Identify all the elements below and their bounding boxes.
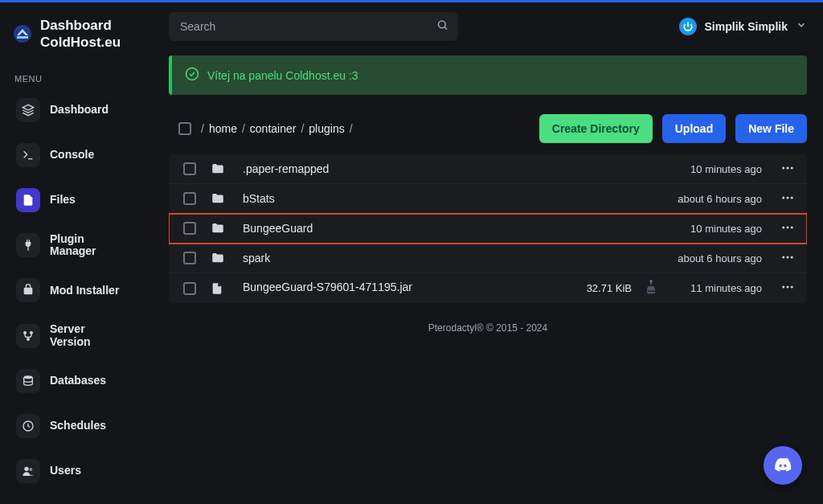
discord-button[interactable] (764, 446, 802, 485)
sidebar-item-server-version[interactable]: ServerVersion (8, 315, 153, 356)
brand-logo (13, 24, 32, 43)
svg-point-14 (782, 166, 784, 169)
file-modified: 10 minutes ago (632, 223, 768, 235)
select-all-checkbox[interactable] (178, 122, 191, 135)
file-modified: 10 minutes ago (632, 163, 768, 175)
row-more-button[interactable] (768, 191, 807, 207)
folder-icon (211, 191, 243, 206)
file-row[interactable]: BungeeGuard-S79601-471195.jarSpigot32.71… (169, 273, 807, 303)
create-directory-button[interactable]: Create Directory (539, 114, 653, 143)
sidebar-item-label: Databases (50, 375, 106, 387)
search-wrap (169, 12, 458, 41)
breadcrumb[interactable]: /home / container / plugins / (201, 122, 353, 135)
sidebar-item-console[interactable]: Console (8, 135, 153, 175)
sidebar-item-label: Files (50, 194, 76, 206)
file-row[interactable]: BungeeGuard10 minutes ago (169, 214, 807, 244)
row-checkbox[interactable] (183, 192, 196, 205)
sidebar-item-databases[interactable]: Databases (8, 361, 153, 401)
svg-line-12 (444, 27, 447, 30)
svg-point-23 (782, 256, 784, 258)
users-icon (16, 459, 40, 483)
file-list: .paper-remapped10 minutes agobStatsabout… (169, 154, 807, 303)
welcome-alert: Vítej na panelu Coldhost.eu :3 (169, 55, 807, 95)
file-name: spark (243, 252, 551, 264)
sidebar-item-label: Dashboard (50, 104, 109, 116)
svg-point-17 (782, 196, 784, 199)
svg-point-27 (782, 286, 784, 289)
file-name: .paper-remapped (243, 162, 551, 175)
svg-point-22 (791, 226, 793, 228)
file-modified: about 6 hours ago (632, 193, 768, 205)
sidebar-item-backups[interactable]: Backups (8, 496, 153, 504)
toolbar: /home / container / plugins / Create Dir… (169, 114, 807, 143)
svg-point-7 (24, 375, 33, 379)
sidebar-item-dashboard[interactable]: Dashboard (8, 90, 153, 130)
menu-heading: MENU (8, 74, 153, 84)
brand-title: Dashboard ColdHost.eu (40, 17, 121, 51)
sidebar-item-label: Schedules (50, 420, 106, 432)
svg-point-24 (787, 256, 789, 258)
svg-point-0 (14, 25, 31, 43)
package-icon (16, 278, 40, 302)
sidebar-item-plugin-manager[interactable]: PluginManager (8, 225, 153, 266)
sidebar-item-label: Console (50, 149, 94, 161)
terminal-icon (16, 143, 40, 167)
brand: Dashboard ColdHost.eu (8, 17, 153, 66)
row-checkbox[interactable] (183, 282, 196, 295)
svg-point-11 (439, 21, 446, 28)
alert-text: Vítej na panelu Coldhost.eu :3 (207, 69, 358, 82)
sidebar-item-files[interactable]: Files (8, 180, 153, 220)
breadcrumb-segment[interactable]: plugins (309, 122, 344, 135)
row-more-button[interactable] (768, 250, 807, 267)
folder-icon (211, 251, 243, 265)
search-input[interactable] (169, 12, 458, 41)
file-row[interactable]: bStatsabout 6 hours ago (169, 184, 807, 214)
sidebar-item-label: PluginManager (50, 233, 96, 258)
jar-thumbnail: Spigot (642, 278, 660, 298)
new-file-button[interactable]: New File (735, 114, 807, 143)
row-checkbox[interactable] (183, 222, 196, 235)
file-name: BungeeGuard (243, 222, 551, 235)
upload-button[interactable]: Upload (662, 114, 726, 143)
row-checkbox[interactable] (183, 162, 196, 175)
file-modified: about 6 hours ago (632, 252, 768, 264)
file-row[interactable]: sparkabout 6 hours ago (169, 244, 807, 273)
main-content: Simplik Simplik Vítej na panelu Coldhost… (161, 2, 823, 504)
svg-point-18 (787, 196, 789, 199)
chevron-down-icon (796, 19, 807, 34)
row-checkbox[interactable] (183, 252, 196, 264)
svg-point-4 (24, 331, 27, 334)
clock-icon (16, 414, 40, 438)
row-more-button[interactable] (768, 280, 807, 297)
plug-icon (16, 233, 40, 257)
folder-icon (211, 221, 243, 236)
svg-point-10 (29, 468, 32, 471)
svg-point-28 (787, 286, 789, 289)
file-icon (211, 282, 243, 295)
user-menu[interactable]: Simplik Simplik (679, 18, 807, 35)
svg-point-9 (24, 467, 28, 471)
file-row[interactable]: .paper-remapped10 minutes ago (169, 154, 807, 184)
svg-point-5 (31, 331, 33, 334)
svg-rect-3 (24, 288, 33, 295)
sidebar-item-label: Users (50, 465, 81, 477)
svg-point-20 (782, 226, 784, 228)
svg-point-19 (791, 196, 793, 199)
row-more-button[interactable] (768, 220, 807, 237)
row-more-button[interactable] (768, 161, 807, 178)
database-icon (16, 369, 40, 393)
svg-point-29 (791, 286, 793, 289)
branch-icon (16, 324, 40, 348)
power-icon (679, 18, 697, 35)
sidebar-item-users[interactable]: Users (8, 451, 153, 491)
sidebar-item-label: ServerVersion (50, 323, 91, 348)
sidebar-item-label: Mod Installer (50, 285, 119, 297)
file-name: BungeeGuard-S79601-471195.jarSpigot (243, 278, 551, 298)
check-circle-icon (185, 67, 199, 84)
breadcrumb-segment[interactable]: home (209, 122, 237, 135)
sidebar-item-mod-installer[interactable]: Mod Installer (8, 270, 153, 310)
breadcrumb-segment[interactable]: container (250, 122, 297, 135)
svg-point-13 (186, 68, 199, 80)
user-name: Simplik Simplik (705, 20, 788, 33)
sidebar-item-schedules[interactable]: Schedules (8, 406, 153, 446)
